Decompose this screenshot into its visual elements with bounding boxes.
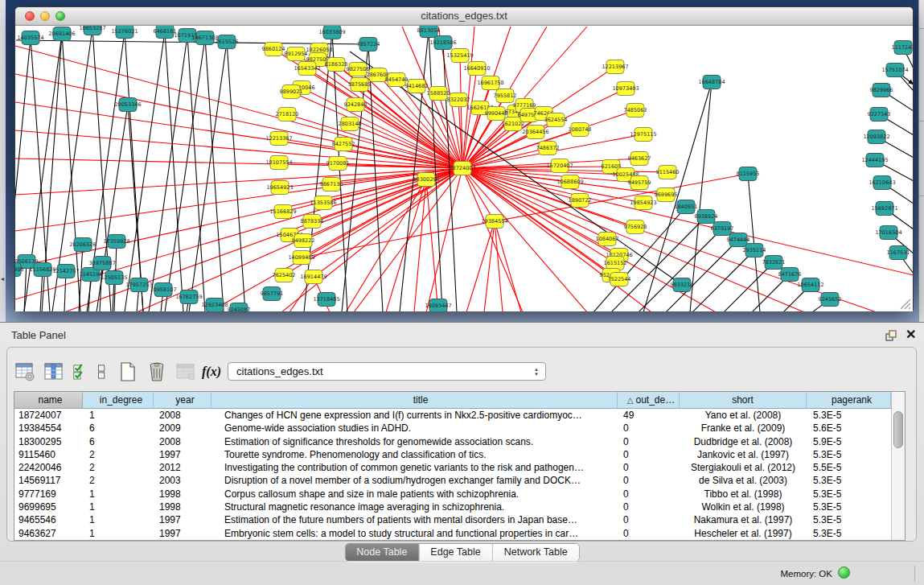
graph-node[interactable]: 8878334: [301, 215, 324, 229]
graph-edge[interactable]: [15, 102, 462, 168]
graph-node[interactable]: 9867130: [320, 178, 343, 192]
graph-node[interactable]: 9242848: [344, 98, 368, 112]
close-panel-icon[interactable]: ✕: [906, 327, 916, 342]
table-row[interactable]: 946362711997Embryonic stem cells: a mode…: [14, 527, 891, 540]
graph-edge[interactable]: [187, 35, 205, 311]
table-row[interactable]: 1830029562008Estimation of significance …: [14, 435, 891, 448]
graph-node[interactable]: 9414682: [405, 80, 429, 93]
right-splitter-rail[interactable]: [918, 0, 924, 322]
graph-node[interactable]: 9170081: [326, 157, 350, 171]
network-canvas[interactable]: 1872400798601248912954182260589827505165…: [15, 26, 913, 311]
graph-edge[interactable]: [462, 168, 913, 275]
splitter-collapse-icon[interactable]: ◂: [1, 276, 4, 282]
graph-node[interactable]: 9699695: [655, 188, 678, 202]
function-builder-icon[interactable]: f(x): [204, 361, 219, 382]
graph-node[interactable]: 9899021: [280, 85, 303, 99]
graph-node[interactable]: 7625402: [273, 269, 296, 282]
graph-node[interactable]: 9756928: [624, 220, 647, 234]
tab-node-table[interactable]: Node Table: [345, 544, 418, 561]
graph-node[interactable]: 8115955: [737, 167, 760, 181]
graph-node[interactable]: 15751074: [881, 64, 908, 77]
table-row[interactable]: 1456911722003Disruption of a novel membe…: [14, 474, 891, 487]
graph-node[interactable]: 1080748: [569, 123, 592, 137]
graph-node[interactable]: 16210643: [869, 176, 895, 190]
float-panel-icon[interactable]: [885, 329, 897, 342]
resize-grip-icon[interactable]: [898, 297, 911, 310]
graph-node[interactable]: 16640910: [463, 62, 490, 76]
graph-node[interactable]: 9860124: [262, 43, 285, 56]
graph-node[interactable]: 9115460: [656, 166, 680, 179]
graph-edge[interactable]: [307, 68, 462, 168]
table-row[interactable]: 911546021997Tourette syndrome. Phenomeno…: [14, 448, 891, 461]
graph-node[interactable]: 1084067: [596, 233, 619, 246]
show-columns-icon[interactable]: [43, 361, 64, 382]
graph-node[interactable]: 9857791: [261, 287, 284, 301]
graph-edge[interactable]: [165, 31, 183, 311]
graph-edge[interactable]: [462, 168, 651, 311]
graph-edge[interactable]: [466, 221, 495, 311]
graph-node[interactable]: 1588520: [427, 87, 450, 101]
graph-node[interactable]: 16914479: [300, 270, 326, 284]
graph-node[interactable]: 6466161: [154, 26, 177, 39]
graph-node[interactable]: 16961758: [477, 76, 503, 90]
graph-node[interactable]: 12975115: [630, 128, 656, 142]
graph-node[interactable]: 19218586: [429, 36, 456, 50]
network-window[interactable]: citations_edges.txt 18724007986012489129…: [14, 6, 914, 311]
window-titlebar[interactable]: citations_edges.txt: [15, 7, 913, 26]
graph-edge[interactable]: [15, 159, 462, 168]
graph-node[interactable]: 7832621: [762, 256, 786, 270]
graph-node[interactable]: 6379197: [711, 222, 734, 236]
table-row[interactable]: 1938455462009Genome-wide association stu…: [14, 422, 891, 435]
graph-node[interactable]: 8912954: [285, 47, 308, 61]
tab-network-table[interactable]: Network Table: [492, 544, 579, 561]
graph-edge[interactable]: [15, 74, 462, 168]
table-selector-dropdown[interactable]: citations_edges.txt ▲▼: [228, 362, 546, 381]
graph-node[interactable]: 9829966: [870, 84, 893, 97]
table-scrollbar[interactable]: [891, 392, 905, 540]
graph-node[interactable]: 14035574: [17, 31, 43, 45]
table-mode-icon[interactable]: [14, 361, 35, 382]
column-header-title[interactable]: title: [211, 392, 618, 408]
graph-node[interactable]: 17016504: [875, 226, 901, 240]
graph-node[interactable]: 1890722: [569, 194, 592, 208]
graph-node[interactable]: 12923468: [201, 299, 228, 312]
graph-node[interactable]: 7857224: [357, 38, 380, 51]
graph-node[interactable]: 1840951: [675, 200, 698, 214]
graph-node[interactable]: 13718485: [313, 293, 339, 307]
graph-node[interactable]: 7615526: [216, 35, 239, 49]
graph-node[interactable]: 11353586: [310, 196, 336, 210]
graph-edge[interactable]: [443, 43, 457, 311]
graph-edge[interactable]: [15, 168, 462, 195]
network-graph[interactable]: 1872400798601248912954182260589827505165…: [15, 26, 913, 311]
select-all-icon[interactable]: [72, 361, 87, 382]
graph-node[interactable]: 19854923: [630, 196, 656, 210]
graph-node[interactable]: 2803144: [339, 117, 362, 131]
column-header-pagerank[interactable]: pagerank: [807, 392, 891, 408]
graph-node[interactable]: 20691406: [48, 27, 75, 41]
graph-node[interactable]: 12142757: [52, 265, 79, 278]
graph-node[interactable]: 7486372: [536, 142, 560, 155]
graph-node[interactable]: 9463627: [628, 152, 651, 166]
delete-column-icon[interactable]: [146, 361, 167, 382]
graph-node[interactable]: 17957253: [125, 278, 152, 292]
graph-edge[interactable]: [639, 229, 722, 311]
graph-node[interactable]: 8938924: [695, 210, 718, 224]
graph-edge[interactable]: [15, 130, 462, 168]
graph-edge[interactable]: [165, 38, 205, 311]
graph-node[interactable]: 9245652: [819, 293, 842, 307]
graph-node[interactable]: 10958107: [150, 283, 176, 297]
graph-edge[interactable]: [484, 221, 495, 311]
column-header-short[interactable]: short: [680, 392, 807, 408]
graph-edge[interactable]: [15, 46, 462, 168]
column-header-in_degree[interactable]: in_degree: [83, 392, 154, 408]
graph-node[interactable]: 7485063: [624, 104, 647, 117]
graph-node[interactable]: 9245087: [228, 303, 251, 312]
graph-node[interactable]: 12213367: [265, 132, 292, 146]
graph-node[interactable]: 9227343: [868, 108, 891, 122]
graph-node[interactable]: 12213967: [602, 60, 628, 74]
column-header-name[interactable]: name: [14, 392, 83, 408]
graph-node[interactable]: 10653257: [79, 26, 105, 35]
graph-node[interactable]: 1117243: [892, 41, 913, 55]
column-header-out_de[interactable]: △out_de…: [618, 392, 680, 408]
graph-edge[interactable]: [291, 92, 462, 168]
